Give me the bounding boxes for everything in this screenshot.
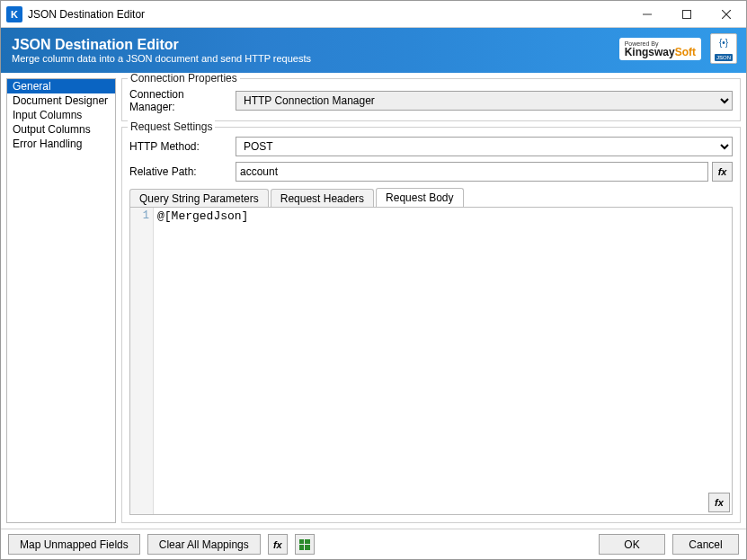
grid-icon bbox=[299, 539, 310, 550]
clear-all-mappings-button[interactable]: Clear All Mappings bbox=[147, 534, 261, 555]
connection-manager-select[interactable]: HTTP Connection Manager bbox=[236, 91, 733, 111]
minimize-button[interactable] bbox=[627, 1, 667, 28]
footer: Map Unmapped Fields Clear All Mappings f… bbox=[1, 529, 746, 559]
svg-line-2 bbox=[722, 10, 731, 19]
line-number: 1 bbox=[130, 209, 149, 222]
connection-properties-label: Connection Properties bbox=[128, 73, 240, 84]
window-title: JSON Destination Editor bbox=[28, 8, 145, 21]
sidebar-item-error-handling[interactable]: Error Handling bbox=[7, 137, 115, 151]
relative-path-input[interactable] bbox=[236, 162, 708, 182]
http-method-label: HTTP Method: bbox=[129, 140, 228, 153]
banner-title: JSON Destination Editor bbox=[12, 37, 311, 53]
map-unmapped-fields-button[interactable]: Map Unmapped Fields bbox=[8, 534, 140, 555]
main-panel: Connection Properties Connection Manager… bbox=[121, 78, 741, 523]
maximize-button[interactable] bbox=[667, 1, 707, 28]
editor-code[interactable]: @[MergedJson] bbox=[154, 208, 732, 514]
fx-toolbar-button[interactable]: fx bbox=[268, 534, 288, 555]
banner-subtitle: Merge column data into a JSON document a… bbox=[12, 53, 311, 64]
sidebar: General Document Designer Input Columns … bbox=[6, 78, 116, 523]
titlebar: K JSON Destination Editor bbox=[1, 1, 746, 28]
editor-gutter: 1 bbox=[130, 208, 154, 514]
banner: JSON Destination Editor Merge column dat… bbox=[1, 28, 746, 73]
kingswaysoft-logo: Powered By KingswaySoft bbox=[619, 38, 701, 60]
cancel-button[interactable]: Cancel bbox=[672, 534, 739, 555]
app-icon: K bbox=[6, 6, 22, 22]
sidebar-item-input-columns[interactable]: Input Columns bbox=[7, 108, 115, 122]
relative-path-label: Relative Path: bbox=[129, 165, 228, 178]
fx-icon: fx bbox=[273, 539, 282, 550]
svg-line-3 bbox=[722, 10, 731, 19]
body: General Document Designer Input Columns … bbox=[1, 73, 746, 529]
tab-query-string-parameters[interactable]: Query String Parameters bbox=[129, 189, 269, 208]
request-settings-group: Request Settings HTTP Method: POST Relat… bbox=[121, 127, 741, 523]
app-window: K JSON Destination Editor JSON Destinati… bbox=[0, 0, 747, 560]
ok-button[interactable]: OK bbox=[599, 534, 665, 555]
request-body-editor[interactable]: 1 @[MergedJson] fx bbox=[129, 207, 733, 515]
tab-request-headers[interactable]: Request Headers bbox=[271, 189, 374, 208]
json-file-icon: {•} bbox=[710, 33, 737, 64]
sidebar-item-output-columns[interactable]: Output Columns bbox=[7, 122, 115, 137]
connection-manager-label: Connection Manager: bbox=[129, 88, 228, 113]
tab-request-body[interactable]: Request Body bbox=[376, 188, 463, 208]
sidebar-item-general[interactable]: General bbox=[7, 79, 115, 93]
grid-toolbar-button[interactable] bbox=[295, 534, 315, 555]
connection-properties-group: Connection Properties Connection Manager… bbox=[121, 78, 741, 121]
close-icon bbox=[722, 10, 731, 19]
request-body-fx-button[interactable]: fx bbox=[708, 493, 730, 512]
request-settings-label: Request Settings bbox=[128, 120, 215, 133]
relative-path-fx-button[interactable]: fx bbox=[712, 162, 733, 182]
request-tabs: Query String Parameters Request Headers … bbox=[129, 187, 733, 207]
sidebar-item-document-designer[interactable]: Document Designer bbox=[7, 93, 115, 108]
close-button[interactable] bbox=[707, 1, 746, 28]
minimize-icon bbox=[643, 10, 652, 19]
http-method-select[interactable]: POST bbox=[236, 137, 733, 156]
svg-rect-1 bbox=[683, 10, 691, 18]
maximize-icon bbox=[682, 10, 691, 19]
